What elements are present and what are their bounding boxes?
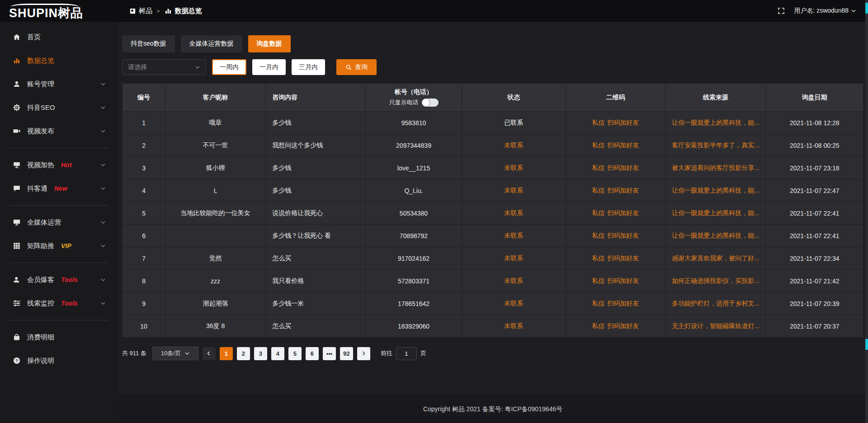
chevron-left-icon <box>206 351 212 356</box>
scan-add-friend-link[interactable]: 扫码加好友 <box>608 254 639 263</box>
table-row: 9潮起潮落多少钱一米178651642未联系私信扫码加好友多功能护栏灯，适用于乡… <box>123 292 863 315</box>
cell-account: 572803371 <box>366 270 462 292</box>
page-button-6[interactable]: 6 <box>306 347 319 360</box>
search-button[interactable]: 查询 <box>336 59 377 75</box>
dm-link[interactable]: 私信 <box>592 232 605 240</box>
dm-link[interactable]: 私信 <box>592 254 605 263</box>
more-pages-button[interactable]: ••• <box>323 347 336 360</box>
chart-icon <box>164 7 172 15</box>
page-button-1[interactable]: 1 <box>220 347 233 360</box>
dm-link[interactable]: 私信 <box>592 277 605 285</box>
prev-page-button[interactable] <box>203 347 216 360</box>
cell-no: 2 <box>123 134 165 157</box>
chevron-down-icon <box>99 162 108 168</box>
sidebar-item-0-2[interactable]: 账号管理 <box>0 72 118 96</box>
sidebar-item-2-1[interactable]: 矩阵助推VIP <box>0 234 118 258</box>
cell-content: 多少钱？让我死心 看 <box>266 225 366 247</box>
source-link[interactable]: 让你一眼就爱上的黑科技，能... <box>672 209 760 216</box>
cell-status: 未联系 <box>462 247 566 270</box>
cell-account: Q_Liu. <box>366 179 462 202</box>
dm-link[interactable]: 私信 <box>592 209 605 217</box>
range-button-1[interactable]: 一月内 <box>252 59 286 75</box>
page-button-5[interactable]: 5 <box>288 347 302 360</box>
sidebar-item-label: 矩阵助推 <box>27 242 54 250</box>
username-label: 用户名: zswodun88 <box>794 7 849 15</box>
cell-qr: 私信扫码加好友 <box>566 247 665 270</box>
footer: Copyright 树品 2021 备案号: 粤ICP备09019646号 <box>118 395 868 423</box>
user-menu[interactable]: 用户名: zswodun88 <box>794 7 856 15</box>
sidebar-item-1-0[interactable]: 视频加热Hot <box>0 153 118 177</box>
dm-link[interactable]: 私信 <box>592 141 605 150</box>
tab-2[interactable]: 询盘数据 <box>248 35 291 52</box>
dm-link[interactable]: 私信 <box>592 164 605 172</box>
source-link[interactable]: 让你一眼就爱上的黑科技，能... <box>672 187 760 194</box>
column-header-2: 咨询内容 <box>266 84 366 112</box>
source-link[interactable]: 让你一眼就爱上的黑科技，能... <box>672 119 760 126</box>
breadcrumb-item-0[interactable]: 树品 <box>129 7 152 15</box>
scan-add-friend-link[interactable]: 扫码加好友 <box>608 119 639 127</box>
sidebar-divider <box>9 205 108 206</box>
sidebar-item-4-0[interactable]: 消费明细 <box>0 325 118 349</box>
sidebar-item-label: 消费明细 <box>27 333 54 342</box>
sidebar-item-1-1[interactable]: 抖客通New <box>0 177 118 200</box>
sidebar-item-2-0[interactable]: 全媒体运营 <box>0 211 118 234</box>
scan-add-friend-link[interactable]: 扫码加好友 <box>608 277 639 285</box>
scan-add-friend-link[interactable]: 扫码加好友 <box>608 322 639 330</box>
scrollbar-thumb[interactable] <box>865 3 868 14</box>
dm-link[interactable]: 私信 <box>592 119 605 127</box>
source-link[interactable]: 被大家追着问的客厅投影分享... <box>672 164 760 171</box>
scan-add-friend-link[interactable]: 扫码加好友 <box>608 164 639 172</box>
fullscreen-icon[interactable] <box>778 7 785 14</box>
table-row: 4L多少钱Q_Liu.未联系私信扫码加好友让你一眼就爱上的黑科技，能...202… <box>123 179 863 202</box>
tab-0[interactable]: 抖音seo数据 <box>122 35 175 52</box>
cell-status: 未联系 <box>462 157 566 179</box>
goto-page-input[interactable] <box>396 347 417 360</box>
tab-1[interactable]: 全媒体运营数据 <box>181 35 242 52</box>
sidebar-item-0-4[interactable]: 视频发布 <box>0 119 118 143</box>
page-button-3[interactable]: 3 <box>254 347 267 360</box>
breadcrumb-item-1[interactable]: 数据总览 <box>164 7 202 15</box>
page-button-4[interactable]: 4 <box>271 347 284 360</box>
sidebar-item-0-1[interactable]: 数据总览 <box>0 49 118 72</box>
sidebar-item-3-0[interactable]: 会员爆客Tools <box>0 268 118 291</box>
sidebar-item-0-3[interactable]: 抖音SEO <box>0 96 118 119</box>
sidebar: 首页数据总览账号管理抖音SEO视频发布视频加热Hot抖客通New全媒体运营矩阵助… <box>0 22 118 423</box>
scan-add-friend-link[interactable]: 扫码加好友 <box>608 141 639 150</box>
scan-add-friend-link[interactable]: 扫码加好友 <box>608 300 639 308</box>
scrollbar-thumb[interactable] <box>865 339 868 350</box>
cell-content: 我只看价格 <box>266 270 366 292</box>
page-size-select[interactable]: 10条/页 <box>152 347 198 360</box>
range-button-2[interactable]: 三月内 <box>292 59 325 75</box>
cell-date: 2021-11-08 12:28 <box>766 112 863 134</box>
source-link[interactable]: 让你一眼就爱上的黑科技，能... <box>672 232 760 239</box>
page-button-2[interactable]: 2 <box>237 347 250 360</box>
cell-account: 50534380 <box>366 202 462 225</box>
filter-select[interactable]: 请选择 <box>122 59 206 75</box>
scan-add-friend-link[interactable]: 扫码加好友 <box>608 232 639 240</box>
dm-link[interactable]: 私信 <box>592 187 605 195</box>
source-link[interactable]: 感谢大家喜欢我家，被问了好... <box>672 254 760 262</box>
sidebar-item-label: 抖音SEO <box>27 103 55 112</box>
cell-account: 70898792 <box>366 225 462 247</box>
scan-add-friend-link[interactable]: 扫码加好友 <box>608 187 639 195</box>
status-badge: 未联系 <box>504 187 523 194</box>
page-button-92[interactable]: 92 <box>340 347 353 360</box>
source-link[interactable]: 客厅安装投影半年多了，真实... <box>672 141 760 149</box>
sidebar-item-4-1[interactable]: ?操作说明 <box>0 349 118 372</box>
phone-only-toggle[interactable] <box>422 99 439 107</box>
source-link[interactable]: 如何正确选择投影仪，买投影... <box>672 277 760 284</box>
goto-page: 前往页 <box>381 347 426 360</box>
scrollbar[interactable] <box>865 0 868 423</box>
cell-account: 9583810 <box>366 112 462 134</box>
cell-qr: 私信扫码加好友 <box>566 202 665 225</box>
sidebar-item-3-1[interactable]: 线索监控Tools <box>0 291 118 315</box>
source-link[interactable]: 多功能护栏灯，适用于乡村文... <box>672 300 760 307</box>
range-button-0[interactable]: 一周内 <box>212 59 246 75</box>
source-link[interactable]: 无主灯设计，智能磁吸轨道灯... <box>672 322 760 329</box>
sidebar-item-0-0[interactable]: 首页 <box>0 25 118 49</box>
scan-add-friend-link[interactable]: 扫码加好友 <box>608 209 639 217</box>
dm-link[interactable]: 私信 <box>592 322 605 330</box>
qr-links: 私信扫码加好友 <box>572 322 659 330</box>
next-page-button[interactable] <box>357 347 370 360</box>
dm-link[interactable]: 私信 <box>592 300 605 308</box>
